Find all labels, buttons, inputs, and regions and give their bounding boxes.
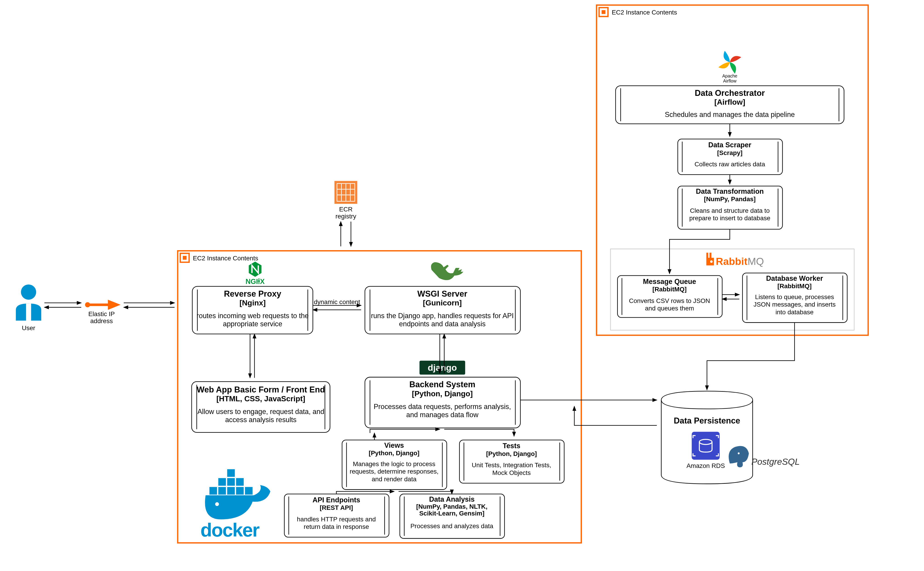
api-box: API Endpoints [REST API] handles HTTP re… <box>284 494 389 537</box>
svg-text:Database Worker: Database Worker <box>766 275 823 282</box>
svg-text:[HTML, CSS, JavaScript]: [HTML, CSS, JavaScript] <box>217 395 305 403</box>
svg-rect-75 <box>245 487 253 495</box>
svg-text:Cleans and structure data to: Cleans and structure data to <box>690 207 770 214</box>
svg-text:and manages data flow: and manages data flow <box>406 411 479 419</box>
svg-text:Mock Objects: Mock Objects <box>492 469 531 476</box>
svg-text:Message Queue: Message Queue <box>643 278 696 286</box>
svg-text:runs the Django app, handles r: runs the Django app, handles requests fo… <box>371 312 514 320</box>
svg-text:Processes and analyzes data: Processes and analyzes data <box>410 523 493 529</box>
svg-text:Converts CSV rows to JSON: Converts CSV rows to JSON <box>629 297 710 304</box>
svg-text:[Gunicorn]: [Gunicorn] <box>423 299 462 307</box>
svg-text:appropriate service: appropriate service <box>223 320 282 328</box>
svg-text:[Python, Django]: [Python, Django] <box>412 389 473 398</box>
ec2-left-title: EC2 Instance Contents <box>193 255 258 262</box>
svg-point-103 <box>710 260 713 263</box>
svg-rect-71 <box>209 487 217 495</box>
svg-rect-76 <box>218 478 226 486</box>
orchestrator-box: Data Orchestrator [Airflow] Schedules an… <box>616 86 844 124</box>
svg-text:Data Scraper: Data Scraper <box>708 141 751 149</box>
svg-rect-100 <box>706 258 714 265</box>
django-label: django <box>428 363 457 372</box>
svg-text:[Scrapy]: [Scrapy] <box>717 149 742 156</box>
svg-text:endpoints and data analysis: endpoints and data analysis <box>399 320 485 328</box>
svg-rect-4 <box>183 256 186 260</box>
user-label: User <box>22 324 35 332</box>
svg-text:Data Orchestrator: Data Orchestrator <box>695 88 765 98</box>
svg-text:Backend System: Backend System <box>409 380 475 389</box>
svg-rect-6 <box>602 10 605 14</box>
svg-text:Unit Tests, Integration Tests,: Unit Tests, Integration Tests, <box>472 461 551 469</box>
rds-label: Amazon RDS <box>687 462 725 469</box>
mq-box: Message Queue [RabbitMQ] Converts CSV ro… <box>618 276 722 318</box>
svg-rect-102 <box>710 253 711 258</box>
svg-text:Reverse Proxy: Reverse Proxy <box>224 289 282 298</box>
svg-text:Data Analysis: Data Analysis <box>429 495 475 503</box>
svg-text:[Python, Django]: [Python, Django] <box>486 450 537 457</box>
svg-text:WSGI Server: WSGI Server <box>417 289 467 298</box>
svg-text:return data in response: return data in response <box>304 523 369 530</box>
backend-box: Backend System [Python, Django] Processe… <box>365 377 521 428</box>
svg-text:[RabbitMQ]: [RabbitMQ] <box>778 282 812 290</box>
svg-text:Processes data requests, perfo: Processes data requests, performs analys… <box>374 403 511 411</box>
svg-text:Listens to queue, processes: Listens to queue, processes <box>755 293 834 301</box>
nginx-label: NGIƚX <box>245 278 265 286</box>
svg-rect-79 <box>227 469 235 477</box>
gunicorn-icon <box>431 262 463 280</box>
svg-text:and render data: and render data <box>372 475 416 483</box>
transform-box: Data Transformation [NumPy, Pandas] Clea… <box>678 186 782 229</box>
svg-text:[RabbitMQ]: [RabbitMQ] <box>653 286 687 293</box>
rabbit-l2: MQ <box>748 256 764 267</box>
airflow-icon <box>718 51 741 74</box>
svg-rect-78 <box>236 478 244 486</box>
airflow-l1: Apache <box>722 73 738 79</box>
ecr-l1: ECR <box>339 206 353 213</box>
svg-text:dynamic content: dynamic content <box>314 298 360 306</box>
svg-text:[Airflow]: [Airflow] <box>714 98 745 106</box>
airflow-l2: Airflow <box>723 79 737 83</box>
svg-text:Manages the logic to process: Manages the logic to process <box>353 460 435 468</box>
svg-rect-73 <box>227 487 235 495</box>
ecr-icon <box>334 181 357 204</box>
svg-text:Web App Basic Form / Front End: Web App Basic Form / Front End <box>197 385 325 394</box>
svg-text:Data Transformation: Data Transformation <box>696 187 764 195</box>
svg-text:Collects raw articles data: Collects raw articles data <box>695 160 765 168</box>
svg-text:[Nginx]: [Nginx] <box>239 299 266 307</box>
svg-text:and queues them: and queues them <box>645 305 694 312</box>
ec2-right-title: EC2 Instance Contents <box>612 9 677 16</box>
svg-text:handles HTTP requests and: handles HTTP requests and <box>297 516 376 523</box>
ecr-l2: registry <box>336 213 356 220</box>
svg-text:[REST API]: [REST API] <box>320 504 353 511</box>
svg-text:[NumPy, Pandas, NLTK,: [NumPy, Pandas, NLTK, <box>416 503 488 510</box>
analysis-box: Data Analysis [NumPy, Pandas, NLTK, Scik… <box>400 494 504 539</box>
svg-text:[NumPy, Pandas]: [NumPy, Pandas] <box>704 196 756 202</box>
svg-text:API Endpoints: API Endpoints <box>313 496 360 504</box>
user-icon <box>16 284 41 321</box>
docker-label: docker <box>200 519 260 541</box>
svg-rect-74 <box>236 487 244 495</box>
rds-icon <box>691 432 719 460</box>
svg-text:Scikit-Learn, Gensim]: Scikit-Learn, Gensim] <box>419 510 484 517</box>
rabbitmq-icon <box>706 253 714 265</box>
dbworker-box: Database Worker [RabbitMQ] Listens to qu… <box>742 273 847 323</box>
svg-text:JSON messages, and inserts: JSON messages, and inserts <box>753 301 836 308</box>
svg-text:prepare to insert to database: prepare to insert to database <box>689 215 770 222</box>
svg-text:Schedules and manages the data: Schedules and manages the data pipeline <box>665 111 795 119</box>
svg-point-0 <box>21 284 36 299</box>
reverse-proxy-box: Reverse Proxy [Nginx] routes incoming we… <box>192 286 313 334</box>
tests-box: Tests [Python, Django] Unit Tests, Integ… <box>459 440 564 483</box>
views-box: Views [Python, Django] Manages the logic… <box>342 440 447 490</box>
postgres-label: PostgreSQL <box>752 457 800 466</box>
nginx-icon <box>249 261 261 277</box>
svg-text:Data Persistence: Data Persistence <box>674 416 740 425</box>
eip-l1: Elastic IP <box>88 310 115 318</box>
scraper-box: Data Scraper [Scrapy] Collects raw artic… <box>678 139 782 175</box>
svg-rect-101 <box>706 253 708 258</box>
svg-text:into database: into database <box>775 309 813 316</box>
eip-l2: address <box>90 318 113 324</box>
elastic-ip-icon <box>85 300 121 310</box>
svg-text:Tests: Tests <box>502 442 520 450</box>
svg-text:Views: Views <box>384 441 404 449</box>
svg-text:routes incoming web requests t: routes incoming web requests to the <box>197 312 309 320</box>
svg-text:access analysis results: access analysis results <box>225 416 296 424</box>
rabbit-l1: Rabbit <box>716 256 748 267</box>
